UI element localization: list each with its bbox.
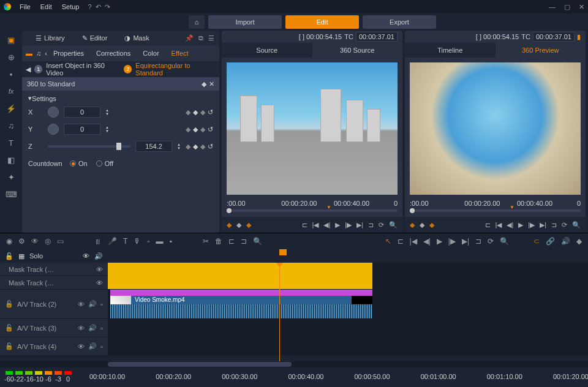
close-icon[interactable]: ✕	[579, 3, 584, 11]
pv-360source[interactable]: 360 Source	[312, 43, 403, 58]
tlt-clap-icon[interactable]: ▭	[57, 237, 64, 246]
maximize-icon[interactable]: ▢	[564, 3, 570, 11]
clip-video[interactable]: Video Smoke.mp4	[110, 290, 372, 318]
eye-all-icon[interactable]: 👁	[83, 252, 89, 260]
tool-fx-icon[interactable]: fx	[6, 86, 17, 97]
tool-box-icon[interactable]: ▣	[6, 34, 17, 45]
z-kf-next-icon[interactable]: ◆	[200, 143, 205, 151]
timeline-scrollbar[interactable]	[0, 361, 588, 367]
pv1-start-icon[interactable]: ⊏	[302, 221, 307, 229]
pv2-mark1-icon[interactable]: ◆	[410, 221, 415, 229]
settings-header[interactable]: ▾ Settings	[28, 93, 213, 103]
menu-setup[interactable]: Setup	[57, 3, 85, 10]
pv1-end-icon[interactable]: ⊐	[368, 221, 374, 229]
storyboard-icon[interactable]: ▦	[18, 252, 24, 260]
tool-keyboard-icon[interactable]: ⌨	[6, 189, 17, 200]
y-down-icon[interactable]: ▼	[105, 130, 109, 133]
pv2-mark2-icon[interactable]: ◆	[420, 221, 424, 229]
tlt-r-start-icon[interactable]: ⊏	[398, 237, 404, 246]
crumb-back-icon[interactable]: ◀	[26, 66, 31, 73]
tab-library[interactable]: ☰Library	[27, 31, 74, 45]
trk-av2-spk-icon[interactable]: 🔊	[88, 300, 97, 308]
tlt-r-fwd-icon[interactable]: |▶	[448, 237, 456, 246]
pv1-scrubber[interactable]: :00.00 00:00:20.00 00:00:40.00 0 ▼	[222, 200, 402, 217]
redo-icon[interactable]: ↷	[105, 3, 110, 11]
pv2-next-icon[interactable]: ▶|	[540, 221, 546, 229]
pv2-end-icon[interactable]: ⊐	[551, 221, 557, 229]
z-up-icon[interactable]: ▲	[177, 143, 181, 146]
undo-icon[interactable]: ↶	[96, 3, 101, 11]
tlt-mright-icon[interactable]: ⊐	[241, 237, 247, 246]
tlt-text-icon[interactable]: T	[123, 237, 127, 246]
preview-360-image[interactable]	[410, 62, 581, 195]
tlt-vol-icon[interactable]: 🔊	[561, 237, 570, 246]
pv2-stepback-icon[interactable]: ◀|	[507, 221, 513, 229]
knob-x[interactable]	[48, 107, 59, 118]
y-kf-prev-icon[interactable]: ◆	[186, 126, 190, 133]
music-toggle-icon[interactable]: ♫	[36, 50, 41, 57]
tlt-kf-icon[interactable]: ◆	[576, 237, 582, 246]
trk-av4-eye-icon[interactable]: 👁	[78, 343, 85, 350]
sec-properties[interactable]: Properties	[47, 50, 90, 57]
sec-corrections[interactable]: Corrections	[90, 50, 137, 57]
timeline-ruler[interactable]	[108, 249, 588, 263]
menu-edit[interactable]: Edit	[36, 3, 57, 10]
value-z[interactable]: 154.2	[135, 141, 172, 152]
tab-editor[interactable]: ✎Editor	[74, 31, 116, 45]
list-icon[interactable]: ☰	[208, 34, 214, 42]
trk-av3-lock-icon[interactable]: 🔓	[5, 324, 13, 332]
minimize-icon[interactable]: —	[549, 3, 556, 11]
tlt-cam-icon[interactable]: ▪	[170, 237, 172, 246]
tlt-arrow-icon[interactable]: ↖	[385, 237, 391, 246]
pv1-mark1-icon[interactable]: ◆	[227, 221, 232, 229]
preview-source-image[interactable]	[227, 62, 398, 195]
x-reset-icon[interactable]: ↺	[208, 108, 213, 116]
pv2-zoom-icon[interactable]: 🔍	[572, 221, 581, 229]
trk-av2-lock-icon[interactable]: 🔓	[5, 300, 13, 308]
pv1-stepback-icon[interactable]: ◀|	[323, 221, 330, 229]
knob-y[interactable]	[48, 124, 59, 135]
tlt-r-prev-icon[interactable]: |◀	[410, 237, 417, 246]
tlt-disc-icon[interactable]: ◉	[6, 237, 12, 246]
x-kf-prev-icon[interactable]: ◆	[186, 108, 190, 116]
pv2-flag-icon[interactable]: ▮	[577, 33, 581, 41]
z-reset-icon[interactable]: ↺	[208, 143, 213, 151]
pv2-play-icon[interactable]: ▶	[518, 221, 523, 229]
crumb-step2[interactable]: Equirectangular to Standard	[135, 62, 216, 77]
pin-icon[interactable]: 📌	[185, 34, 194, 42]
help-icon[interactable]: ?	[88, 3, 91, 10]
tlt-r-end-icon[interactable]: ⊐	[475, 237, 481, 246]
mode-export[interactable]: Export	[363, 15, 436, 29]
tlt-trash-icon[interactable]: 🗑	[215, 237, 222, 246]
pv2-loop-icon[interactable]: ⟳	[562, 221, 567, 229]
pv1-tc[interactable]: 00:00:37.01	[356, 32, 398, 42]
menu-file[interactable]: File	[15, 3, 36, 10]
pv2-prev-icon[interactable]: |◀	[496, 221, 502, 229]
mode-import[interactable]: Import	[208, 15, 282, 29]
x-kf-next-icon[interactable]: ◆	[200, 108, 205, 116]
mode-edit[interactable]: Edit	[285, 15, 359, 29]
x-kf-icon[interactable]: ◆	[193, 108, 198, 116]
trk-av3-eye-icon[interactable]: 👁	[78, 325, 85, 332]
radio-off[interactable]: Off	[96, 160, 113, 167]
y-up-icon[interactable]: ▲	[105, 126, 109, 129]
tlt-3d-icon[interactable]: ▫	[147, 237, 149, 246]
tlt-razor-icon[interactable]: ✂	[203, 237, 209, 246]
tlt-eye-icon[interactable]: 👁	[31, 237, 39, 246]
trk-av4-lock-icon[interactable]: 🔓	[5, 342, 13, 350]
tlt-gear-icon[interactable]: ⚙	[18, 237, 25, 246]
tool-flash-icon[interactable]: ⚡	[6, 103, 17, 114]
tlt-mic-icon[interactable]: 🎤	[108, 237, 117, 246]
tlt-magnet-icon[interactable]: ⊂	[533, 237, 540, 246]
y-kf-icon[interactable]: ◆	[193, 126, 198, 133]
tlt-r-play-icon[interactable]: ▶	[437, 237, 442, 246]
trk-av4-spk-icon[interactable]: 🔊	[88, 342, 97, 350]
x-down-icon[interactable]: ▼	[105, 113, 109, 116]
tlt-r-next-icon[interactable]: ▶|	[462, 237, 469, 246]
tlt-levels-icon[interactable]: ⫼	[94, 237, 102, 246]
pv2-scrubber[interactable]: :00.00 00:00:20.00 00:00:40.00 0 ▼	[405, 200, 586, 217]
clip-mask2[interactable]	[108, 276, 372, 289]
tlt-link-icon[interactable]: 🔗	[546, 237, 555, 246]
tool-wand-icon[interactable]: ✦	[6, 171, 17, 182]
z-kf-prev-icon[interactable]: ◆	[186, 143, 190, 151]
